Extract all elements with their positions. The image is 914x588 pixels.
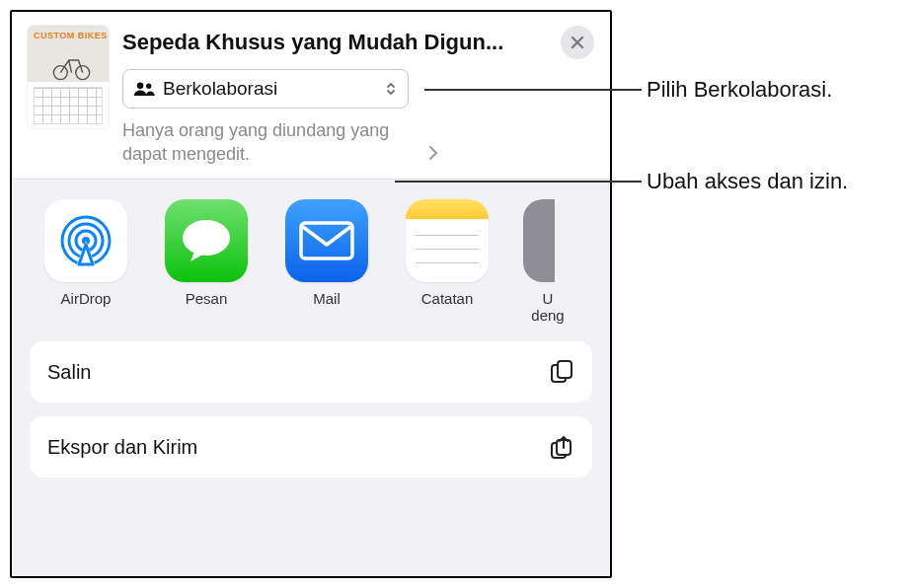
svg-rect-11 (558, 361, 571, 378)
chevron-right-icon (428, 146, 438, 160)
permission-row[interactable]: Hanya orang yang diundang yang dapat men… (122, 118, 438, 167)
share-body: AirDrop Pesan (12, 180, 610, 576)
export-icon (549, 434, 574, 460)
partial-app-icon (523, 199, 555, 282)
app-label: Catatan (421, 290, 474, 307)
bicycle-icon (49, 53, 94, 81)
document-title: Sepeda Khusus yang Mudah Digun... (122, 30, 551, 55)
share-apps-row: AirDrop Pesan (12, 199, 610, 325)
messages-icon (179, 216, 234, 265)
share-sheet: CUSTOM BIKES Sepeda Khusus yang Mudah Di… (10, 10, 612, 578)
airdrop-icon (56, 211, 115, 270)
people-icon (133, 81, 155, 97)
share-app-notes[interactable]: Catatan (403, 199, 492, 325)
export-action[interactable]: Ekspor dan Kirim (30, 416, 592, 478)
close-icon (571, 36, 584, 49)
callout-line (424, 89, 642, 91)
notes-icon (406, 199, 489, 282)
svg-point-2 (137, 83, 144, 90)
action-label: Salin (47, 361, 91, 384)
callout-line (395, 181, 642, 183)
copy-action[interactable]: Salin (30, 341, 592, 403)
thumbnail-tag: CUSTOM BIKES (34, 32, 108, 40)
svg-point-3 (146, 84, 151, 89)
updown-chevron-icon (384, 82, 398, 96)
copy-icon (549, 359, 574, 385)
share-header: CUSTOM BIKES Sepeda Khusus yang Mudah Di… (12, 12, 610, 180)
callout-permission: Ubah akses dan izin. (647, 169, 848, 194)
close-button[interactable] (561, 26, 594, 59)
app-label: Mail (313, 290, 341, 307)
app-label: AirDrop (61, 290, 112, 307)
svg-rect-9 (301, 223, 352, 258)
calendar-grid-icon (34, 87, 103, 124)
share-app-messages[interactable]: Pesan (162, 199, 251, 325)
app-label: U deng (523, 290, 572, 325)
action-label: Ekspor dan Kirim (47, 436, 197, 459)
callout-collaborate: Pilih Berkolaborasi. (647, 77, 832, 103)
share-actions: Salin Ekspor dan Kirim (12, 341, 610, 478)
collaborate-dropdown[interactable]: Berkolaborasi (122, 69, 409, 109)
share-app-mail[interactable]: Mail (282, 199, 371, 325)
permission-text: Hanya orang yang diundang yang dapat men… (122, 118, 420, 167)
app-label: Pesan (186, 290, 228, 307)
svg-point-8 (183, 220, 230, 256)
mail-icon (299, 221, 354, 260)
share-app-partial[interactable]: U deng (523, 199, 577, 325)
collaborate-label: Berkolaborasi (163, 78, 376, 100)
document-thumbnail: CUSTOM BIKES (28, 26, 109, 128)
share-app-airdrop[interactable]: AirDrop (41, 199, 130, 325)
